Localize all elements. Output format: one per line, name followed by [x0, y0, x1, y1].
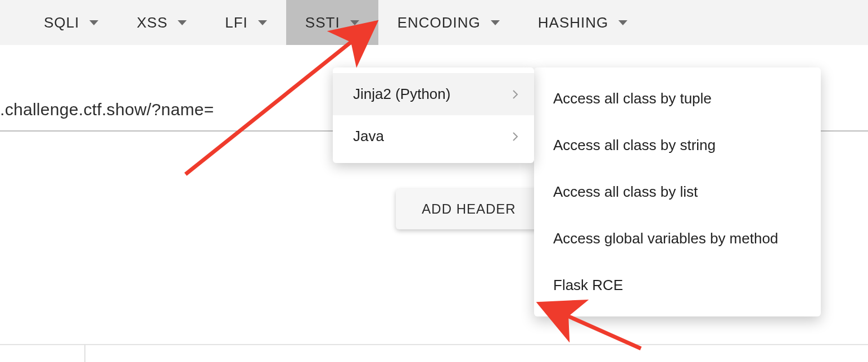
caret-down-icon [350, 20, 359, 25]
submenu2-item-global[interactable]: Access global variables by method [534, 215, 821, 262]
divider [0, 344, 868, 345]
toolbar-item-encoding[interactable]: ENCODING [378, 0, 519, 45]
submenu-ssti: Jinja2 (Python) Java [333, 67, 534, 163]
toolbar-label: SQLI [44, 14, 79, 31]
submenu2-item-tuple[interactable]: Access all class by tuple [534, 75, 821, 122]
toolbar-label: XSS [137, 14, 168, 31]
toolbar-label: ENCODING [397, 14, 481, 31]
caret-down-icon [491, 20, 500, 25]
toolbar-item-ssti[interactable]: SSTI [286, 0, 378, 45]
chevron-right-icon [513, 132, 518, 141]
url-input[interactable]: .challenge.ctf.show/?name= [0, 100, 214, 119]
caret-down-icon [618, 20, 627, 25]
divider-notch [84, 344, 85, 362]
toolbar-label: HASHING [538, 14, 608, 31]
caret-down-icon [258, 20, 267, 25]
caret-down-icon [178, 20, 187, 25]
toolbar-item-lfi[interactable]: LFI [206, 0, 286, 45]
toolbar-item-sqli[interactable]: SQLI [25, 0, 117, 45]
submenu2-item-list[interactable]: Access all class by list [534, 169, 821, 215]
caret-down-icon [89, 20, 98, 25]
submenu2-label: Access all class by list [553, 183, 698, 200]
submenu-jinja2: Access all class by tuple Access all cla… [534, 67, 821, 316]
submenu2-item-string[interactable]: Access all class by string [534, 122, 821, 169]
submenu-item-jinja2[interactable]: Jinja2 (Python) [333, 73, 534, 115]
submenu2-label: Access global variables by method [553, 230, 778, 247]
submenu2-item-flaskrce[interactable]: Flask RCE [534, 262, 821, 309]
chevron-right-icon [513, 90, 518, 99]
submenu-label: Java [353, 128, 384, 145]
submenu2-label: Access all class by tuple [553, 90, 712, 107]
submenu2-label: Flask RCE [553, 277, 623, 293]
add-header-label: ADD HEADER [422, 201, 516, 217]
submenu-label: Jinja2 (Python) [353, 85, 450, 103]
toolbar-label: LFI [225, 14, 248, 31]
main-toolbar: SQLI XSS LFI SSTI ENCODING HASHING [0, 0, 868, 45]
submenu-item-java[interactable]: Java [333, 115, 534, 157]
toolbar-label: SSTI [305, 14, 340, 31]
toolbar-item-xss[interactable]: XSS [117, 0, 206, 45]
add-header-button[interactable]: ADD HEADER [396, 189, 542, 229]
toolbar-item-hashing[interactable]: HASHING [519, 0, 647, 45]
submenu2-label: Access all class by string [553, 137, 716, 153]
